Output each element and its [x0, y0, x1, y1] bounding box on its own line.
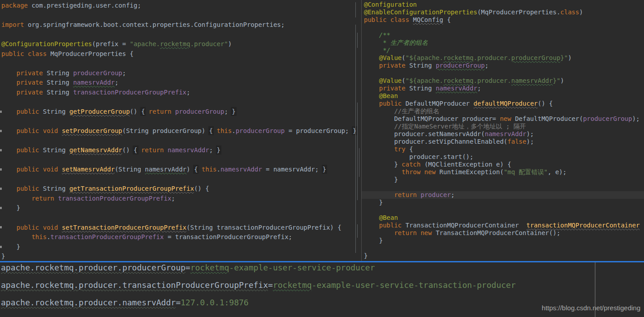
code-token: return	[149, 108, 175, 115]
code-line: //生产者的组名	[364, 107, 644, 115]
code-token: "${apache.	[406, 77, 443, 84]
code-token	[1, 195, 31, 202]
code-token: (String producerGroup)	[122, 127, 209, 134]
code-line: public String getTransactionProducerGrou…	[1, 184, 356, 194]
code-token: import	[1, 21, 28, 28]
code-token	[1, 69, 17, 77]
code-line: throw new RuntimeException("mq 配置错误", e)…	[364, 168, 644, 176]
code-token	[364, 31, 379, 39]
code-token: transactionMQProducerContainer	[526, 222, 640, 229]
code-token: transactionProducerGroupPrefix	[58, 195, 171, 202]
code-token: public void	[17, 224, 62, 231]
code-token	[364, 62, 379, 69]
fold-marker-icon[interactable]	[0, 207, 2, 209]
code-token: public class	[1, 50, 51, 57]
code-token: @Value	[379, 54, 402, 61]
code-token: getProducerGroup	[69, 108, 130, 115]
fold-marker-icon[interactable]	[0, 226, 2, 228]
code-token: DefaultMQProducer(	[515, 115, 583, 122]
fold-guide	[357, 103, 358, 200]
code-token: false	[507, 138, 526, 145]
code-token: private	[379, 62, 409, 69]
code-line: @Value("${apache.rocketmq.producer.produ…	[364, 54, 644, 62]
code-line: private String namesrvAddr;	[364, 85, 644, 92]
code-token: @Bean	[379, 214, 398, 221]
fold-guide	[357, 33, 358, 48]
code-token: apache.rocketmq.producer.namesrvAddr	[1, 298, 176, 307]
code-token: ;	[115, 79, 118, 86]
code-token: {	[443, 16, 451, 23]
code-token: .producer"	[190, 40, 228, 47]
code-line: } catch (MQClientException e) {	[364, 161, 644, 168]
code-token: MqProducerProperties {	[51, 50, 134, 57]
code-line: public DefaultMQProducer defaultMQProduc…	[364, 100, 644, 107]
code-token: ;	[477, 85, 481, 92]
code-token	[364, 107, 394, 115]
code-token: }	[353, 127, 356, 134]
code-line	[1, 97, 356, 107]
code-token: com.prestigeding.user.config;	[31, 2, 141, 9]
code-token: this	[202, 166, 217, 173]
code-token: }	[1, 253, 5, 260]
code-token	[364, 222, 379, 229]
code-token: rocketmq	[443, 77, 473, 84]
code-token: "${apache.	[406, 54, 443, 61]
code-token: , e);	[548, 168, 566, 176]
code-token: getTransactionProducerGroupPrefix	[69, 185, 194, 192]
code-line: private String producerGroup;	[1, 69, 356, 78]
code-token: () {	[194, 185, 209, 192]
code-token: -example-user-service-transaction-produc…	[312, 280, 516, 290]
code-token: setProducerGroup	[62, 127, 122, 134]
code-token: this	[31, 233, 47, 240]
code-token: RuntimeException(	[440, 168, 504, 176]
code-token: String	[47, 69, 73, 77]
code-token: }"	[553, 77, 560, 84]
fold-marker-icon[interactable]	[0, 246, 2, 248]
code-line: producer.setVipChannelEnabled(false);	[364, 138, 644, 146]
code-line: public String getNamesrvAddr() { return …	[1, 146, 356, 155]
code-token: public	[379, 222, 406, 229]
code-line: this.transactionProducerGroupPrefix = tr…	[1, 232, 356, 242]
code-token: producer.setNamesrvAddr(	[364, 130, 485, 137]
fold-marker-icon[interactable]	[0, 149, 2, 151]
fold-marker-icon[interactable]	[0, 111, 2, 113]
code-line: @Bean	[364, 214, 644, 222]
code-token: @Configuration	[364, 1, 417, 8]
fold-marker-icon[interactable]	[0, 130, 2, 132]
code-token: public	[17, 108, 43, 115]
code-token: TransactionMQProducerContainer();	[436, 229, 560, 236]
code-line	[1, 117, 356, 127]
code-token: )	[579, 9, 583, 16]
right-editor-pane[interactable]: @Configuration@EnableConfigurationProper…	[362, 0, 644, 261]
fold-marker-icon[interactable]	[0, 188, 2, 190]
code-token	[364, 229, 394, 236]
code-token	[364, 214, 379, 221]
code-token: rocketmq	[160, 40, 190, 47]
code-token: ;	[485, 62, 488, 69]
left-editor-pane[interactable]: package com.prestigeding.user.config;imp…	[0, 0, 361, 261]
code-line: }	[364, 176, 644, 184]
code-line: private String transactionProducerGroupP…	[1, 88, 356, 98]
code-token: rocketmq	[273, 280, 312, 290]
code-line: }	[364, 199, 644, 206]
code-token: apache.rocketmq.producer.transactionProd…	[1, 280, 268, 290]
code-line: @Value("${apache.rocketmq.producer.names…	[364, 77, 644, 85]
code-line: public void setTransactionProducerGroupP…	[1, 223, 356, 233]
code-token: .	[217, 166, 220, 173]
code-line: producer.setNamesrvAddr(namesrvAddr);	[364, 130, 644, 138]
code-token: new	[500, 115, 515, 122]
code-token	[364, 168, 402, 176]
code-token: }	[364, 176, 398, 183]
code-token: private	[17, 89, 47, 96]
code-line	[364, 206, 644, 214]
code-token	[1, 79, 17, 86]
code-line: apache.rocketmq.producer.producerGroup=r…	[1, 262, 516, 276]
code-token: producer	[420, 191, 450, 198]
fold-marker-icon[interactable]	[0, 168, 2, 171]
code-token: producerGroup	[511, 54, 561, 61]
code-line: public class MqProducerProperties {	[1, 49, 356, 59]
code-token: (MqProducerProperties.	[477, 9, 560, 16]
code-token: = namesrvAddr;	[262, 166, 323, 173]
fold-guide	[357, 224, 358, 238]
code-token: public void	[17, 166, 62, 173]
